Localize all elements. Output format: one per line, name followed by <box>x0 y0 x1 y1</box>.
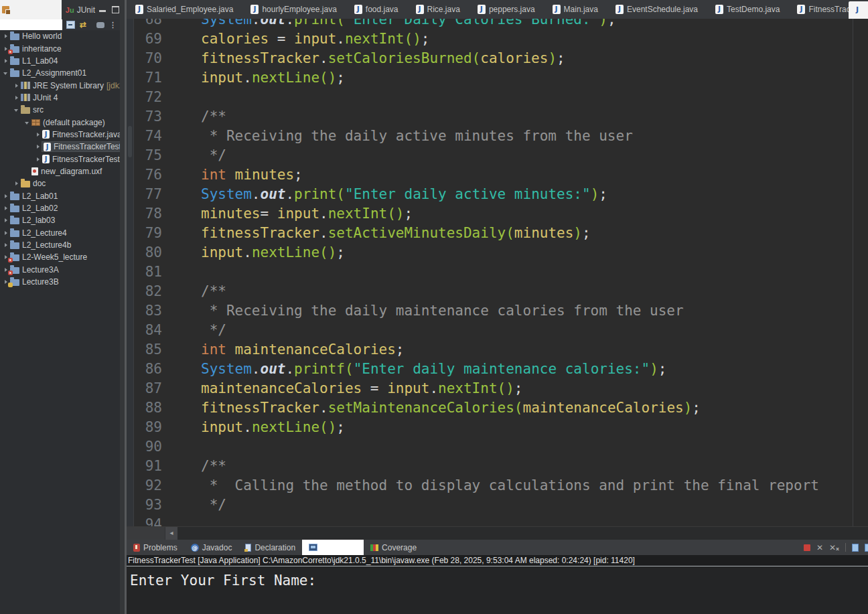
code-line[interactable]: 74 * Receiving the daily active minutes … <box>127 127 868 146</box>
console-tab-declaration[interactable]: Declaration <box>238 540 302 555</box>
tree-item-l2-lab01[interactable]: L2_Lab01 <box>0 189 120 202</box>
chevron-collapsed-icon[interactable] <box>13 80 21 92</box>
console-tab-javadoc[interactable]: Javadoc <box>184 540 239 555</box>
tree-item-new-diagram-uxf[interactable]: new_diagram.uxf <box>0 165 120 177</box>
code-line[interactable]: 72 <box>127 88 868 107</box>
chevron-collapsed-icon[interactable] <box>3 30 10 42</box>
code-line[interactable]: 85int maintenanceCalories; <box>127 340 868 360</box>
tree-item-src[interactable]: src <box>0 104 120 116</box>
tree-item-jre-system-library-[interactable]: JRE System Library [jdk21.0 <box>0 79 120 91</box>
chevron-collapsed-icon[interactable] <box>35 153 42 165</box>
editor-tab-hourlyemployee-java[interactable]: hourlyEmployee.java <box>242 0 345 19</box>
explorer-filter-box[interactable] <box>0 19 62 30</box>
link-with-editor-icon[interactable]: ⇄ <box>80 21 86 29</box>
code-line[interactable]: 87maintenanceCalories = input.nextInt(); <box>127 379 868 398</box>
horizontal-scrollbar[interactable]: ◂ <box>127 526 868 540</box>
code-line[interactable]: 77System.out.print("Enter daily active m… <box>127 185 868 204</box>
tree-item-lecture3b[interactable]: Lecture3B <box>0 276 120 288</box>
console-tab-problems[interactable]: Problems <box>127 540 184 555</box>
tree-item-junit-4[interactable]: JUnit 4 <box>0 92 120 104</box>
sidebar-scrollbar[interactable] <box>120 0 125 614</box>
tree-item-l2-assignment01[interactable]: L2_Assignment01 <box>0 67 120 79</box>
editor-tab-testdemo-java[interactable]: TestDemo.java <box>707 0 788 19</box>
code-line[interactable]: 93 */ <box>127 495 868 515</box>
minimize-view-icon[interactable] <box>99 10 106 12</box>
code-line[interactable]: 82/** <box>127 282 868 301</box>
terminate-icon[interactable] <box>804 544 810 551</box>
chevron-expanded-icon[interactable] <box>3 67 10 79</box>
code-line[interactable]: 69calories = input.nextInt(); <box>127 29 868 49</box>
console-tab-console[interactable] <box>302 540 364 555</box>
code-line[interactable]: 89input.nextLine(); <box>127 418 868 437</box>
editor-tab-active[interactable] <box>849 1 868 19</box>
editor-tab-rice-java[interactable]: Rice.java <box>407 0 469 19</box>
code-line[interactable]: 91/** <box>127 457 868 476</box>
code-line[interactable]: 92 * Calling the method to display calcu… <box>127 476 868 495</box>
scroll-left-arrow[interactable]: ◂ <box>165 527 177 540</box>
tree-item-l2-lecture4b[interactable]: L2_Lecture4b <box>0 239 120 251</box>
tree-item-lecture3a[interactable]: xLecture3A <box>0 264 120 276</box>
chevron-collapsed-icon[interactable] <box>3 239 10 251</box>
tree-item-l2-lab02[interactable]: L2_Lab02 <box>0 202 120 214</box>
package-explorer-tab[interactable] <box>0 0 62 19</box>
chevron-collapsed-icon[interactable] <box>35 141 42 153</box>
code-line[interactable]: 78minutes= input.nextInt(); <box>127 204 868 224</box>
code-line[interactable]: 79fitnessTracker.setActiveMinutesDaily(m… <box>127 224 868 243</box>
collapse-all-icon[interactable] <box>66 21 75 29</box>
tree-item-fitnesstrackertest2-java[interactable]: FitnessTrackerTest2.java <box>0 153 120 165</box>
tree-item-inheritance[interactable]: xinheritance <box>0 42 120 54</box>
chevron-collapsed-icon[interactable] <box>13 92 21 104</box>
remove-all-terminated-icon[interactable]: ✕ₓ <box>829 544 839 552</box>
chevron-expanded-icon[interactable] <box>13 104 21 116</box>
remove-launch-icon[interactable]: ✕ <box>816 544 823 552</box>
chevron-collapsed-icon[interactable] <box>3 55 10 67</box>
token-mth: ( <box>472 50 481 66</box>
tree-item-l2-lecture4[interactable]: L2_Lecture4 <box>0 227 120 239</box>
code-line[interactable]: 86System.out.printf("Enter daily mainten… <box>127 360 868 379</box>
chevron-collapsed-icon[interactable] <box>3 190 10 202</box>
code-line[interactable]: 81 <box>127 262 868 282</box>
chevron-collapsed-icon[interactable] <box>3 227 10 239</box>
tree-item-fitnesstrackertest-java[interactable]: FitnessTrackerTest.java <box>0 141 120 153</box>
tree-item-hello-world[interactable]: Hello world <box>0 30 120 42</box>
code-editor[interactable]: 68System.out.print("Enter Daily Calories… <box>127 19 868 526</box>
console-tab-coverage[interactable]: Coverage <box>364 540 423 555</box>
filter-icon[interactable] <box>96 22 104 28</box>
chevron-collapsed-icon[interactable] <box>3 214 10 226</box>
code-line[interactable]: 80input.nextLine(); <box>127 243 868 262</box>
tree-item-l1-lab04[interactable]: L1_Lab04 <box>0 55 120 67</box>
code-line[interactable]: 68System.out.print("Enter Daily Calories… <box>127 19 868 29</box>
code-line[interactable]: 71input.nextLine(); <box>127 68 868 88</box>
tree-item-doc[interactable]: doc <box>0 177 120 189</box>
editor-tab-salaried-employee-java[interactable]: Salaried_Employee.java <box>127 0 242 19</box>
chevron-collapsed-icon[interactable] <box>35 129 42 141</box>
code-line[interactable]: 84 */ <box>127 321 868 340</box>
code-line[interactable]: 70fitnessTracker.setCaloriesBurned(calor… <box>127 49 868 68</box>
junit-tab[interactable]: Ju JUnit <box>62 0 99 19</box>
pin-console-icon[interactable] <box>865 544 868 552</box>
console-output[interactable]: Enter Your First Name: <box>127 566 868 590</box>
code-line[interactable]: 90 <box>127 437 868 457</box>
tree-item-l2-lab03[interactable]: L2_lab03 <box>0 214 120 226</box>
editor-tab-peppers-java[interactable]: peppers.java <box>469 0 544 19</box>
open-console-icon[interactable] <box>852 544 859 552</box>
editor-tab-main-java[interactable]: Main.java <box>544 0 607 19</box>
code-line[interactable]: 88fitnessTracker.setMaintenanceCalories(… <box>127 398 868 418</box>
tree-item-fitnesstracker-java[interactable]: FitnessTracker.java <box>0 129 120 141</box>
tree-item-l2-week5-lecture[interactable]: xL2-Week5_lecture <box>0 251 120 263</box>
code-line[interactable]: 75 */ <box>127 146 868 165</box>
overview-ruler[interactable] <box>853 19 868 526</box>
code-line[interactable]: 76int minutes; <box>127 165 868 185</box>
maximize-view-icon[interactable] <box>112 6 119 13</box>
code-line[interactable]: 83 * Receiving the daily maintenance cal… <box>127 301 868 321</box>
chevron-expanded-icon[interactable] <box>24 117 31 129</box>
code-line[interactable]: 94 <box>127 515 868 526</box>
chevron-collapsed-icon[interactable] <box>13 177 21 189</box>
code-line[interactable]: 73/** <box>127 107 868 127</box>
scrollbar-track[interactable] <box>177 527 868 540</box>
view-menu-icon[interactable]: ⋮ <box>109 21 117 29</box>
editor-tab-food-java[interactable]: food.java <box>346 0 407 19</box>
chevron-collapsed-icon[interactable] <box>3 202 10 214</box>
editor-tab-eventschedule-java[interactable]: EventSchedule.java <box>607 0 707 19</box>
tree-item--default-package-[interactable]: (default package) <box>0 116 120 128</box>
